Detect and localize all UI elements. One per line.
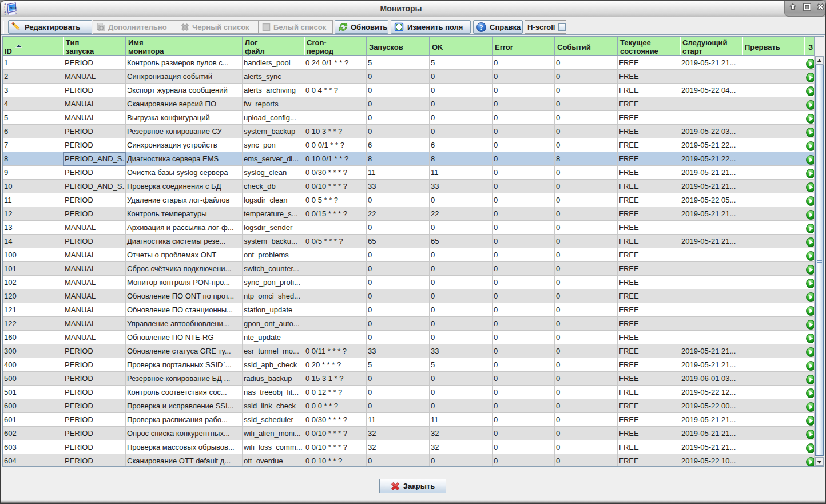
svg-text:x: x <box>4 13 6 16</box>
svg-text:?: ? <box>480 24 483 31</box>
